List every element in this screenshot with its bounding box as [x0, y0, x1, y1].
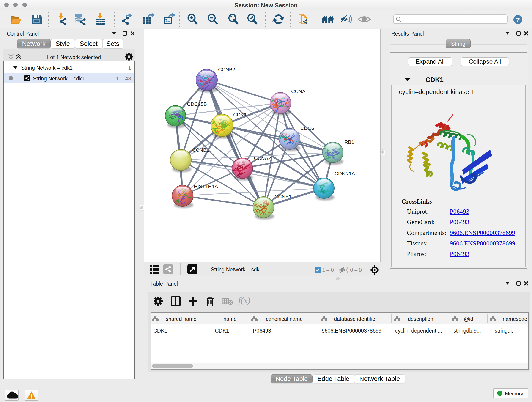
svg-text:CCNA1: CCNA1 — [291, 89, 308, 94]
svg-text:RB1: RB1 — [344, 139, 354, 145]
svg-text:CCNE1: CCNE1 — [274, 194, 292, 200]
svg-text:CCNA2: CCNA2 — [254, 155, 271, 161]
svg-text:CDC25B: CDC25B — [187, 101, 207, 107]
svg-text:CDKN1A: CDKN1A — [335, 171, 355, 177]
svg-text:CCNB1: CCNB1 — [192, 147, 209, 153]
svg-text:CDK1: CDK1 — [233, 112, 247, 118]
svg-text:CDC6: CDC6 — [300, 125, 314, 131]
svg-text:HIST1H1A: HIST1H1A — [194, 184, 218, 189]
svg-text:CCNB2: CCNB2 — [218, 67, 235, 72]
